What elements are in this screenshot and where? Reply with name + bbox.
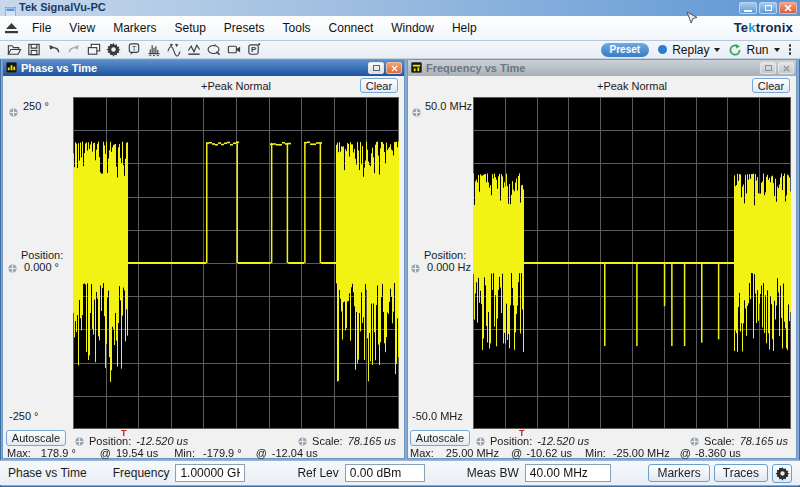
pan-icon[interactable]	[411, 259, 420, 277]
toolbar-right-cluster: Preset Replay Run	[601, 43, 795, 57]
phase-position-block: Position: 0.000 °	[21, 249, 63, 273]
freq-max-label: Max:	[410, 447, 434, 459]
probe-icon[interactable]	[205, 42, 222, 58]
replay-icon	[658, 45, 667, 54]
replay-caret-icon[interactable]	[714, 48, 720, 52]
phase-panel-icon	[6, 59, 17, 77]
pan-icon[interactable]	[412, 103, 421, 121]
freq-autoscale-button[interactable]: Autoscale	[410, 430, 470, 446]
phase-pos-value: 0.000 °	[21, 261, 63, 273]
settings-gear-icon[interactable]	[105, 42, 122, 58]
preset-p-icon[interactable]: P	[245, 42, 262, 58]
wave-markers-icon[interactable]	[165, 42, 182, 58]
spectrum-icon[interactable]	[145, 42, 162, 58]
phase-max-label: Max:	[7, 447, 31, 459]
maximize-icon	[373, 65, 380, 71]
menu-window[interactable]: Window	[382, 18, 443, 38]
replay-label: Replay	[672, 43, 709, 57]
signalvu-window: Tek SignalVu-PC File View Markers Setup …	[0, 0, 800, 487]
freq-clear-button[interactable]: Clear	[752, 78, 790, 93]
freq-min-value: -25.00 MHz	[613, 447, 670, 459]
save-icon[interactable]	[25, 42, 42, 58]
menu-connect[interactable]: Connect	[320, 18, 383, 38]
traces-button[interactable]: Traces	[714, 464, 768, 482]
close-icon	[391, 65, 398, 72]
settings-button[interactable]	[772, 464, 792, 483]
title-bar[interactable]: Tek SignalVu-PC	[0, 0, 800, 16]
phase-scale-value: 78.165 us	[348, 435, 396, 447]
at-sign: @	[100, 447, 111, 459]
phase-min-label: Min:	[174, 447, 195, 459]
phase-scale-label: Scale:	[312, 435, 343, 447]
redo-icon[interactable]	[65, 42, 82, 58]
menu-presets[interactable]: Presets	[215, 18, 274, 38]
menu-tools[interactable]: Tools	[274, 18, 320, 38]
minimize-button[interactable]	[739, 2, 757, 14]
freq-scale-value: 78.165 us	[740, 435, 788, 447]
menu-view[interactable]: View	[60, 18, 104, 38]
at-sign: @	[680, 447, 691, 459]
displays-icon[interactable]	[85, 42, 102, 58]
close-icon	[783, 65, 790, 72]
menu-setup[interactable]: Setup	[165, 18, 214, 38]
pan-icon[interactable]	[9, 103, 18, 121]
freq-y-top-label: 50.0 MHz	[425, 100, 472, 112]
frequency-vs-time-panel: Frequency vs Time +Peak Normal Clear 50.…	[407, 59, 797, 459]
phase-y-bottom-label: -250 °	[9, 410, 38, 422]
markers-button[interactable]: Markers	[648, 464, 709, 482]
freq-maximize-button[interactable]	[760, 62, 776, 74]
meas-bw-input[interactable]	[525, 464, 611, 482]
phase-plot-canvas[interactable]	[73, 97, 399, 429]
freq-close-button[interactable]	[778, 62, 794, 74]
freq-detector-label: +Peak Normal	[473, 80, 791, 92]
meas-bw-label: Meas BW	[467, 466, 519, 480]
freq-pos-value: 0.000 Hz	[424, 261, 471, 273]
phase-close-button[interactable]	[386, 62, 402, 74]
run-icon	[729, 44, 741, 56]
freq-min-at: -8.360 us	[695, 447, 741, 459]
gear-icon	[775, 466, 790, 481]
freq-max-at: -10.62 us	[526, 447, 572, 459]
run-caret-icon[interactable]	[774, 48, 780, 52]
mouse-cursor	[686, 12, 698, 32]
menu-markers[interactable]: Markers	[104, 18, 165, 38]
phase-min-value: -179.9 °	[203, 447, 242, 459]
phase-detector-label: +Peak Normal	[73, 80, 399, 92]
close-icon	[784, 4, 792, 12]
eject-icon[interactable]	[3, 20, 20, 36]
at-sign: @	[256, 447, 267, 459]
pan-icon[interactable]	[8, 259, 17, 277]
phase-y-top-label: 250 °	[23, 100, 49, 112]
freq-scale-label: Scale:	[704, 435, 735, 447]
preset-button[interactable]: Preset	[601, 43, 650, 57]
phase-panel-title: Phase vs Time	[21, 62, 97, 74]
phase-maximize-button[interactable]	[368, 62, 384, 74]
capture-camera-icon[interactable]	[225, 42, 242, 58]
phase-panel-titlebar[interactable]: Phase vs Time	[3, 60, 404, 76]
open-icon[interactable]	[5, 42, 22, 58]
ref-level-input[interactable]	[345, 464, 425, 482]
phase-autoscale-button[interactable]: Autoscale	[6, 430, 66, 446]
menu-file[interactable]: File	[23, 18, 60, 38]
undo-icon[interactable]	[45, 42, 62, 58]
phase-xposition-value: -12.520 us	[136, 435, 188, 447]
phase-vs-time-panel: Phase vs Time +Peak Normal Clear 250 ° P…	[2, 59, 405, 459]
trace-icon[interactable]	[185, 42, 202, 58]
menu-help[interactable]: Help	[443, 18, 486, 38]
run-label: Run	[746, 43, 768, 57]
phase-maxmin-row: Max: 178.9 ° @ 19.54 us Min: -179.9 ° @ …	[7, 447, 318, 459]
maximize-button[interactable]	[759, 2, 777, 14]
replay-control[interactable]: Replay	[658, 43, 720, 57]
close-button[interactable]	[779, 2, 797, 14]
freq-xposition-label: Position:	[490, 435, 532, 447]
run-control[interactable]: Run	[729, 43, 779, 57]
frequency-input[interactable]	[175, 464, 245, 482]
freq-maxmin-row: Max: 25.00 MHz @ -10.62 us Min: -25.00 M…	[410, 447, 741, 459]
freq-panel-titlebar[interactable]: Frequency vs Time	[408, 60, 796, 76]
marker-tag-icon[interactable]: T	[125, 42, 142, 58]
more-options-icon[interactable]	[789, 44, 792, 55]
freq-plot-canvas[interactable]	[473, 97, 791, 429]
freq-min-label: Min:	[585, 447, 606, 459]
phase-clear-button[interactable]: Clear	[360, 78, 398, 93]
phase-pos-label: Position:	[21, 249, 63, 261]
